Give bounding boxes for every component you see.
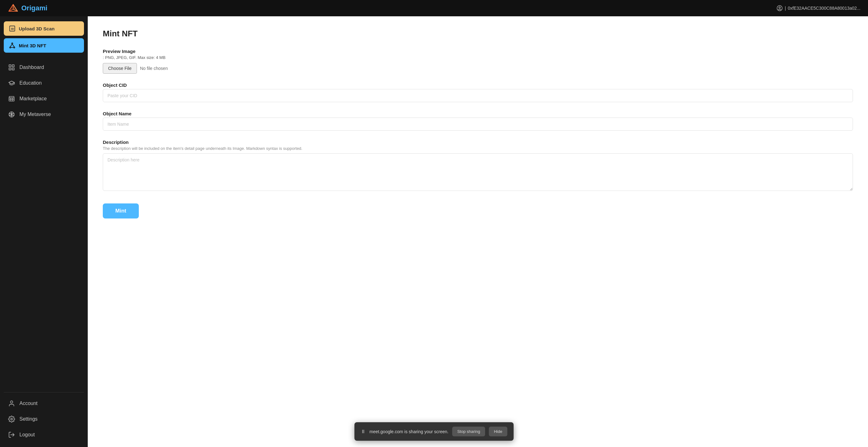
svg-point-22 [11, 418, 12, 420]
mint-button[interactable]: Mint [103, 203, 139, 218]
content-area: Mint NFT Preview Image : PNG, JPEG, GIF.… [88, 16, 868, 447]
app-name: Origami [21, 4, 47, 12]
svg-marker-1 [13, 4, 18, 11]
svg-text:3D: 3D [11, 28, 14, 30]
sidebar-item-metaverse[interactable]: My Metaverse [4, 107, 84, 122]
account-icon [8, 400, 15, 407]
nodes-icon [9, 42, 16, 49]
choose-file-button[interactable]: Choose File [103, 63, 137, 74]
sidebar-item-account[interactable]: Account [4, 396, 84, 411]
svg-marker-2 [9, 4, 13, 11]
sidebar-item-education[interactable]: Education [4, 76, 84, 90]
upload-button-label: Upload 3D Scan [19, 26, 55, 31]
object-name-label: Object Name [103, 111, 853, 116]
origami-logo-icon [7, 2, 19, 14]
education-icon [8, 80, 15, 87]
marketplace-icon [8, 95, 15, 102]
object-name-section: Object Name [103, 111, 853, 131]
cube-icon: 3D [9, 25, 16, 32]
wallet-separator: | [785, 6, 786, 11]
mint-3d-nft-button[interactable]: Mint 3D NFT [4, 38, 84, 53]
file-input-row: Choose File No file chosen [103, 63, 853, 74]
sidebar-item-dashboard[interactable]: Dashboard [4, 60, 84, 74]
object-cid-input[interactable] [103, 89, 853, 102]
dashboard-icon [8, 64, 15, 71]
account-label: Account [20, 400, 38, 406]
svg-line-10 [10, 44, 12, 47]
main-layout: 3D Upload 3D Scan Mint 3D NFT [0, 16, 868, 447]
screen-share-bar: ⏸ meet.google.com is sharing your screen… [354, 422, 514, 441]
app-logo[interactable]: Origami [7, 2, 47, 14]
sidebar-item-settings[interactable]: Settings [4, 412, 84, 426]
mint-nav-label: Mint 3D NFT [19, 43, 46, 48]
sidebar: 3D Upload 3D Scan Mint 3D NFT [0, 16, 88, 447]
svg-line-11 [12, 44, 14, 47]
no-file-text: No file chosen [140, 66, 168, 71]
description-label: Description [103, 140, 853, 145]
preview-image-section: Preview Image : PNG, JPEG, GIF. Max size… [103, 49, 853, 74]
metaverse-label: My Metaverse [20, 112, 51, 117]
svg-rect-16 [12, 68, 14, 70]
main-nav: Dashboard Education Marketplace [4, 60, 84, 392]
wallet-address: 0xfE32AACE5C300C88A80013a02... [788, 6, 861, 11]
topbar: Origami | 0xfE32AACE5C300C88A80013a02... [0, 0, 868, 16]
share-message: meet.google.com is sharing your screen. [369, 429, 448, 434]
dashboard-label: Dashboard [20, 65, 44, 70]
upload-3d-scan-button[interactable]: 3D Upload 3D Scan [4, 21, 84, 36]
metaverse-icon [8, 111, 15, 118]
sidebar-item-marketplace[interactable]: Marketplace [4, 92, 84, 106]
object-name-input[interactable] [103, 118, 853, 131]
object-cid-section: Object CID [103, 83, 853, 102]
marketplace-label: Marketplace [20, 96, 47, 101]
education-label: Education [20, 80, 42, 86]
description-section: Description The description will be incl… [103, 140, 853, 192]
sidebar-bottom: Account Settings Logout [4, 392, 84, 442]
stop-sharing-button[interactable]: Stop sharing [452, 427, 485, 436]
sidebar-item-logout[interactable]: Logout [4, 427, 84, 442]
description-textarea[interactable] [103, 153, 853, 191]
svg-point-21 [10, 401, 12, 403]
description-hint: The description will be included on the … [103, 146, 853, 151]
svg-rect-15 [9, 68, 11, 70]
logout-icon [8, 431, 15, 438]
svg-rect-13 [9, 65, 11, 67]
pause-icon: ⏸ [361, 429, 366, 435]
preview-image-label: Preview Image [103, 49, 853, 54]
page-title: Mint NFT [103, 29, 853, 38]
wallet-icon [776, 5, 783, 11]
object-cid-label: Object CID [103, 83, 853, 88]
settings-icon [8, 416, 15, 422]
svg-rect-14 [12, 65, 14, 67]
settings-label: Settings [20, 416, 38, 422]
hide-button[interactable]: Hide [489, 427, 507, 436]
svg-point-4 [779, 7, 781, 8]
wallet-info: | 0xfE32AACE5C300C88A80013a02... [776, 5, 861, 11]
preview-image-sublabel: : PNG, JPEG, GIF. Max size: 4 MB [103, 55, 853, 60]
sidebar-actions: 3D Upload 3D Scan Mint 3D NFT [4, 21, 84, 53]
logout-label: Logout [20, 432, 35, 438]
